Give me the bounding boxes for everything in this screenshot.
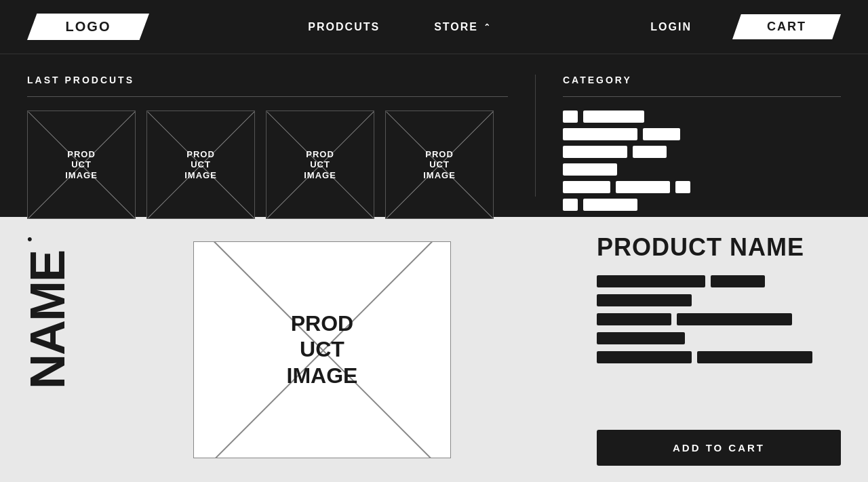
detail-bar bbox=[597, 313, 671, 325]
detail-row bbox=[597, 275, 841, 287]
product-thumbnails: PRODUCTIMAGE PRODUCTIMAGE PRODUCTIMAGE P… bbox=[27, 111, 508, 219]
list-item[interactable]: PRODUCTIMAGE bbox=[146, 111, 255, 219]
detail-row bbox=[597, 294, 841, 306]
list-item[interactable]: PRODUCTIMAGE bbox=[266, 111, 374, 219]
list-item[interactable]: PRODUCTIMAGE bbox=[27, 111, 136, 219]
category-pill[interactable] bbox=[643, 128, 680, 140]
main-content: • NAME PRODUCTIMAGE PRODUCT NAME bbox=[0, 217, 868, 482]
category-section: CATEGORY bbox=[536, 75, 841, 197]
product-image-area: PRODUCTIMAGE bbox=[75, 217, 570, 482]
product-details: PRODUCT NAME bbox=[570, 217, 868, 482]
nav-cart[interactable]: CART bbox=[732, 14, 841, 39]
category-pill[interactable] bbox=[563, 163, 617, 176]
nav-login[interactable]: LOGIN bbox=[650, 21, 692, 33]
category-pill[interactable] bbox=[675, 181, 690, 193]
vertical-product-name: NAME bbox=[27, 251, 68, 389]
category-pill[interactable] bbox=[616, 181, 670, 193]
category-pill[interactable] bbox=[633, 146, 667, 158]
category-pills bbox=[563, 111, 841, 211]
detail-bar bbox=[677, 313, 792, 325]
detail-bar bbox=[597, 332, 685, 344]
logo-text: LOGO bbox=[66, 19, 111, 34]
product-name-vertical: • NAME bbox=[0, 217, 75, 482]
detail-bar bbox=[711, 275, 765, 287]
detail-bar bbox=[597, 275, 705, 287]
list-item[interactable]: PRODUCTIMAGE bbox=[385, 111, 494, 219]
detail-bars bbox=[597, 275, 841, 363]
product-main-image[interactable]: PRODUCTIMAGE bbox=[193, 241, 451, 458]
logo[interactable]: LOGO bbox=[27, 14, 149, 40]
category-pill[interactable] bbox=[563, 181, 610, 193]
category-pill[interactable] bbox=[563, 146, 627, 158]
detail-bar bbox=[597, 351, 692, 363]
add-to-cart-button[interactable]: ADD TO CART bbox=[597, 430, 841, 466]
product-image-label: PRODUCTIMAGE bbox=[287, 310, 358, 388]
category-pill[interactable] bbox=[583, 199, 637, 211]
dropdown-panel: LAST PRODCUTS PRODUCTIMAGE PRODUCTIMAGE … bbox=[0, 54, 868, 217]
product-name-title: PRODUCT NAME bbox=[597, 233, 841, 262]
category-pill[interactable] bbox=[563, 128, 637, 140]
chevron-up-icon: ⌃ bbox=[484, 22, 492, 32]
category-pill[interactable] bbox=[563, 111, 578, 123]
last-prodcuts-section: LAST PRODCUTS PRODUCTIMAGE PRODUCTIMAGE … bbox=[27, 75, 536, 197]
detail-row bbox=[597, 351, 841, 363]
category-pill[interactable] bbox=[563, 199, 578, 211]
category-title: CATEGORY bbox=[563, 75, 841, 85]
category-pill[interactable] bbox=[583, 111, 644, 123]
detail-bar bbox=[697, 351, 812, 363]
bullet-point: • bbox=[27, 230, 33, 248]
nav-store[interactable]: STORE ⌃ bbox=[434, 21, 492, 33]
detail-bar bbox=[597, 294, 692, 306]
detail-row bbox=[597, 313, 841, 325]
nav-right: LOGIN CART bbox=[650, 14, 841, 39]
nav-links: PRODCUTS STORE ⌃ bbox=[308, 21, 492, 33]
detail-row bbox=[597, 332, 841, 344]
navbar: LOGO PRODCUTS STORE ⌃ LOGIN CART bbox=[0, 0, 868, 54]
nav-prodcuts[interactable]: PRODCUTS bbox=[308, 21, 380, 33]
last-prodcuts-title: LAST PRODCUTS bbox=[27, 75, 508, 85]
